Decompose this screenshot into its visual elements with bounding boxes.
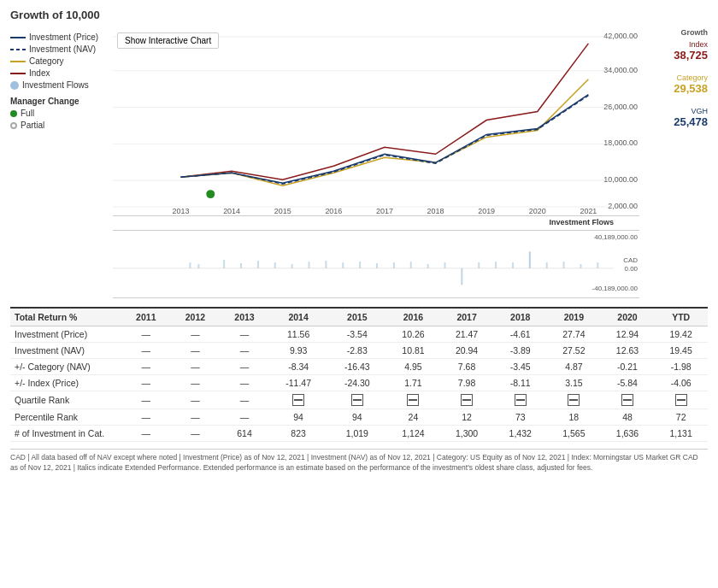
growth-label-category: Category [639, 74, 708, 82]
svg-rect-28 [197, 264, 199, 268]
cell: 3.15 [547, 375, 601, 391]
cell: 614 [220, 426, 269, 442]
row-label: # of Investment in Cat. [10, 426, 121, 442]
quartile-icon [407, 394, 419, 406]
cell: 823 [269, 426, 328, 442]
svg-rect-51 [597, 262, 598, 268]
svg-text:40,189,000.00: 40,189,000.00 [594, 233, 638, 241]
cell: 4.95 [386, 359, 440, 375]
cell: 72 [654, 409, 708, 426]
cell: -4.61 [493, 326, 547, 343]
cell: 27.52 [547, 343, 601, 359]
legend-item-index: Index [10, 68, 113, 78]
cell: 1,432 [493, 426, 547, 442]
cell: 21.47 [440, 326, 494, 343]
cell: 1,131 [654, 426, 708, 442]
table-section: Total Return % 2011 2012 2013 2014 2015 … [10, 307, 708, 442]
cell: — [121, 426, 171, 442]
col-header-2015: 2015 [327, 308, 386, 326]
cell: — [220, 409, 269, 426]
legend-label-full: Full [21, 109, 34, 118]
flow-chart-svg: 40,189,000.00 CAD 0.00 -40,189,000.00 [113, 230, 639, 298]
cell: 9.93 [269, 343, 328, 359]
svg-text:0.00: 0.00 [625, 265, 639, 273]
cell: 10.81 [386, 343, 440, 359]
svg-rect-32 [274, 262, 276, 268]
cell: 12.94 [601, 326, 655, 343]
svg-rect-31 [257, 261, 259, 268]
col-header-label: Total Return % [10, 308, 121, 326]
svg-text:2016: 2016 [325, 207, 342, 215]
svg-rect-38 [376, 263, 378, 268]
col-header-2013: 2013 [220, 308, 269, 326]
svg-text:18,000.00: 18,000.00 [603, 138, 638, 147]
svg-rect-37 [359, 262, 361, 268]
cell: -5.84 [601, 375, 655, 391]
cell: — [220, 391, 269, 409]
cell: — [171, 375, 221, 391]
svg-rect-42 [444, 262, 445, 268]
legend-label-index: Index [29, 68, 50, 78]
returns-table: Total Return % 2011 2012 2013 2014 2015 … [10, 307, 708, 442]
svg-text:2,000.00: 2,000.00 [608, 202, 638, 210]
cell: — [171, 391, 221, 409]
table-row: Percentile Rank — — — 94 94 24 12 73 18 … [10, 409, 708, 426]
quartile-icon [621, 394, 633, 406]
quartile-cell [440, 391, 494, 409]
cell: — [171, 343, 221, 359]
row-label: +/- Index (Price) [10, 375, 121, 391]
svg-text:2019: 2019 [478, 207, 495, 215]
table-row: +/- Index (Price) — — — -11.47 -24.30 1.… [10, 375, 708, 391]
row-label: Quartile Rank [10, 391, 121, 409]
svg-rect-36 [342, 262, 344, 268]
quartile-cell [386, 391, 440, 409]
cell: — [220, 359, 269, 375]
cell: 1,636 [601, 426, 655, 442]
growth-value-index: Index 38,725 [639, 40, 708, 62]
show-interactive-button[interactable]: Show Interactive Chart [117, 32, 219, 49]
quartile-icon [675, 394, 687, 406]
col-header-2014: 2014 [269, 308, 328, 326]
footnote: CAD | All data based off of NAV except w… [10, 449, 708, 473]
col-header-2011: 2011 [121, 308, 171, 326]
svg-rect-43 [461, 268, 462, 285]
cell: -3.54 [327, 326, 386, 343]
legend-line-category [10, 61, 26, 62]
legend-label-partial: Partial [21, 121, 44, 130]
cell: 1,565 [547, 426, 601, 442]
svg-text:2021: 2021 [580, 207, 597, 215]
svg-rect-34 [309, 262, 310, 268]
cell: 11.56 [269, 326, 328, 343]
legend-dot-full [10, 110, 17, 117]
legend-item-category: Category [10, 56, 113, 66]
cell: 27.74 [547, 326, 601, 343]
svg-text:34,000.00: 34,000.00 [603, 66, 638, 74]
chart-area: Show Interactive Chart 42,000.00 34,000.… [113, 28, 639, 298]
svg-text:10,000.00: 10,000.00 [603, 175, 638, 184]
col-header-2020: 2020 [601, 308, 655, 326]
quartile-icon [292, 394, 304, 406]
cell: -11.47 [269, 375, 328, 391]
legend-label-flows: Investment Flows [22, 80, 89, 90]
cell: — [171, 359, 221, 375]
cell: — [171, 409, 221, 426]
svg-rect-45 [495, 262, 497, 268]
cell: -24.30 [327, 375, 386, 391]
chart-outer: Investment (Price) Investment (NAV) Cate… [10, 28, 708, 298]
flow-chart-container: Investment Flows 40,189,000.00 CAD 0.00 … [113, 218, 639, 298]
quartile-cell [601, 391, 655, 409]
cell: — [121, 343, 171, 359]
row-label: Investment (NAV) [10, 343, 121, 359]
svg-text:2015: 2015 [274, 207, 291, 215]
growth-number-category: 29,538 [639, 82, 708, 95]
table-row: Quartile Rank — — — [10, 391, 708, 409]
cell: 94 [269, 409, 328, 426]
growth-header-label: Growth [639, 28, 708, 37]
table-row: Investment (NAV) — — — 9.93 -2.83 10.81 … [10, 343, 708, 359]
svg-rect-40 [410, 262, 412, 268]
cell: 1,019 [327, 426, 386, 442]
cell: 18 [547, 409, 601, 426]
svg-rect-27 [189, 262, 191, 268]
table-row: Investment (Price) — — — 11.56 -3.54 10.… [10, 326, 708, 343]
col-header-2016: 2016 [386, 308, 440, 326]
